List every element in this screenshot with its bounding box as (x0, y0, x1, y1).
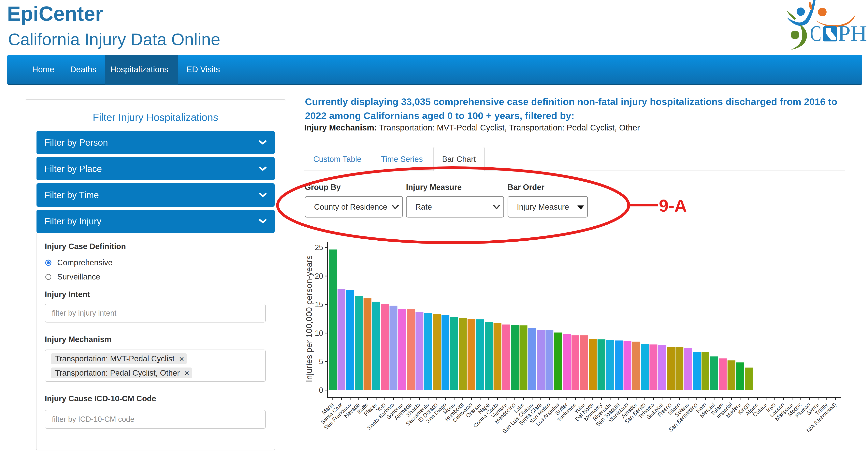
svg-text:PH: PH (838, 21, 867, 46)
svg-text:C: C (810, 21, 822, 46)
svg-text:Injuries per 100,000 person-ye: Injuries per 100,000 person-years (304, 255, 314, 382)
svg-text:20: 20 (315, 272, 323, 280)
svg-text:10: 10 (315, 329, 323, 337)
svg-text:15: 15 (315, 300, 323, 309)
svg-text:25: 25 (315, 243, 323, 252)
svg-text:9-A: 9-A (659, 196, 687, 215)
svg-text:5: 5 (319, 357, 323, 366)
svg-text:0: 0 (319, 386, 323, 394)
